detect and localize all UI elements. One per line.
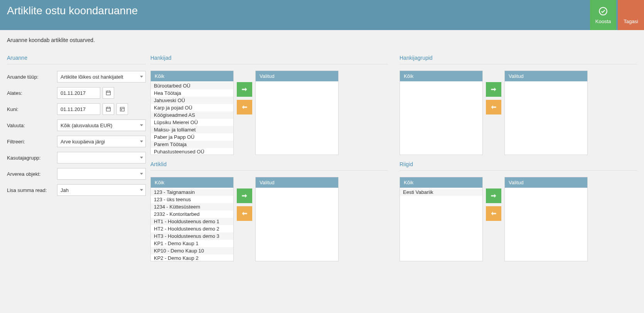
lineobject-label: Arverea objekt: xyxy=(7,171,57,177)
countries-selected-body[interactable] xyxy=(505,188,587,261)
picker-separator xyxy=(400,170,637,171)
form-separator xyxy=(7,64,146,64)
chevron-down-icon xyxy=(140,173,143,175)
list-item[interactable]: Paber ja Papp OÜ xyxy=(151,133,233,141)
back-button[interactable]: Tagasi xyxy=(618,0,644,30)
list-item[interactable]: Karp ja pojad OÜ xyxy=(151,104,233,111)
list-item[interactable]: Hea Töötaja xyxy=(151,89,233,97)
suppliers-all-list: Kõik Bürootarbed OÜHea TöötajaJahuveski … xyxy=(150,71,234,155)
svg-rect-9 xyxy=(120,107,125,111)
page-title: Artiklite ostu koondaruanne xyxy=(7,5,138,17)
list-item[interactable]: 1234 - Küttesüsteem xyxy=(151,203,233,210)
list-selected-header: Valitud xyxy=(505,71,587,81)
list-item[interactable]: Eesti Vabariik xyxy=(400,188,482,196)
suppliergroups-selected-list: Valitud xyxy=(504,71,588,155)
addsum-select[interactable]: Jah xyxy=(57,184,146,196)
content: Aruanne koondab artiklite ostuarved. Aru… xyxy=(0,30,644,268)
suppliergroups-all-list: Kõik xyxy=(400,71,483,155)
suppliergroups-remove-button[interactable] xyxy=(486,100,501,114)
suppliers-selected-list: Valitud xyxy=(255,71,339,155)
chevron-down-icon xyxy=(140,189,143,191)
filter-value: Arve kuupäeva järgi xyxy=(61,139,105,145)
arrow-left-icon xyxy=(490,103,497,111)
page-header: Artiklite ostu koondaruanne Koosta Tagas… xyxy=(0,0,644,30)
list-item[interactable]: 123 - Taignamasin xyxy=(151,188,233,196)
to-date-calendar-button[interactable] xyxy=(103,103,114,115)
chevron-down-icon xyxy=(140,125,143,126)
calendar-icon xyxy=(105,106,111,112)
list-item[interactable]: HT2 - Hooldusteenus demo 2 xyxy=(151,225,233,232)
svg-rect-11 xyxy=(121,109,122,111)
list-selected-header: Valitud xyxy=(256,71,338,81)
articles-all-body[interactable]: 123 - Taignamasin123 - üks teenus1234 - … xyxy=(151,188,233,261)
from-date-value: 01.11.2017 xyxy=(61,90,86,96)
list-item[interactable]: HT3 - Hooldusteenus demo 3 xyxy=(151,232,233,240)
list-item[interactable]: Puhastusteenused OÜ xyxy=(151,148,233,155)
list-item[interactable]: Jahuveski OÜ xyxy=(151,97,233,104)
suppliers-selected-body[interactable] xyxy=(256,81,338,155)
countries-all-body[interactable]: Eesti Vabariik xyxy=(400,188,482,261)
suppliergroups-title: Hankijagrupid xyxy=(400,55,637,61)
report-type-label: Aruande tüüp: xyxy=(7,74,57,80)
list-item[interactable]: KP10 - Demo Kaup 10 xyxy=(151,247,233,254)
articles-remove-button[interactable] xyxy=(237,206,252,221)
list-item[interactable]: Lüpsiku Meierei OÜ xyxy=(151,119,233,126)
filter-label: Filtreeri: xyxy=(7,139,57,145)
articles-selected-list: Valitud xyxy=(255,177,339,261)
countries-remove-button[interactable] xyxy=(486,206,501,221)
currency-select[interactable]: Kõik (alusvaluuta EUR) xyxy=(57,119,146,131)
from-date-calendar-button[interactable] xyxy=(103,87,114,99)
list-item[interactable]: KP1 - Demo Kaup 1 xyxy=(151,240,233,247)
chevron-down-icon xyxy=(140,157,143,159)
list-item[interactable]: 123 - üks teenus xyxy=(151,196,233,203)
to-date-range-button[interactable] xyxy=(116,103,128,115)
list-all-header: Kõik xyxy=(400,177,482,188)
lineobject-select[interactable] xyxy=(57,168,146,180)
arrow-right-icon xyxy=(490,192,497,200)
report-type-select[interactable]: Artiklite lõikes ost hankijatelt xyxy=(57,71,146,82)
suppliers-remove-button[interactable] xyxy=(237,100,252,114)
suppliers-picker: Hankijad Kõik Bürootarbed OÜHea TöötajaJ… xyxy=(150,55,388,155)
list-item[interactable]: Parem Töötaja xyxy=(151,141,233,148)
list-selected-header: Valitud xyxy=(256,177,338,188)
currency-label: Valuuta: xyxy=(7,123,57,128)
pickers-column: Hankijad Kõik Bürootarbed OÜHea TöötajaJ… xyxy=(150,55,637,261)
countries-add-button[interactable] xyxy=(486,188,501,203)
articles-add-button[interactable] xyxy=(237,188,252,203)
list-item[interactable]: 2332 - Kontoritarbed xyxy=(151,210,233,218)
articles-title: Artiklid xyxy=(150,161,388,167)
suppliergroups-selected-body[interactable] xyxy=(505,81,587,155)
usergroup-select[interactable] xyxy=(57,152,146,163)
report-description: Aruanne koondab artiklite ostuarved. xyxy=(7,37,637,43)
svg-rect-5 xyxy=(106,107,111,111)
picker-separator xyxy=(150,170,388,171)
filter-select[interactable]: Arve kuupäeva järgi xyxy=(57,136,146,147)
list-item[interactable]: Köögiseadmed AS xyxy=(151,111,233,119)
articles-selected-body[interactable] xyxy=(256,188,338,261)
suppliers-all-body[interactable]: Bürootarbed OÜHea TöötajaJahuveski OÜKar… xyxy=(151,81,233,155)
list-item[interactable]: HT1 - Hooldusteenus demo 1 xyxy=(151,218,233,225)
articles-all-list: Kõik 123 - Taignamasin123 - üks teenus12… xyxy=(150,177,234,261)
arrow-left-icon xyxy=(241,103,248,111)
arrow-right-icon xyxy=(241,86,248,93)
arrow-right-icon xyxy=(241,192,248,200)
suppliergroups-add-button[interactable] xyxy=(486,82,501,97)
suppliers-add-button[interactable] xyxy=(237,82,252,97)
list-all-header: Kõik xyxy=(400,71,482,81)
countries-picker: Riigid Kõik Eesti Vabariik xyxy=(400,161,637,261)
list-item[interactable]: KP2 - Demo Kaup 2 xyxy=(151,254,233,261)
form-column: Aruanne Aruande tüüp: Artiklite lõikes o… xyxy=(7,55,146,261)
arrow-right-icon xyxy=(490,86,497,93)
suppliergroups-all-body[interactable] xyxy=(400,81,482,155)
form-section-title: Aruanne xyxy=(7,55,146,61)
list-all-header: Kõik xyxy=(151,177,233,188)
list-item[interactable]: Bürootarbed OÜ xyxy=(151,82,233,89)
from-date-input[interactable]: 01.11.2017 xyxy=(57,87,100,99)
list-item[interactable]: Maksu- ja tolliamet xyxy=(151,126,233,133)
countries-title: Riigid xyxy=(400,161,637,167)
back-arrow-icon xyxy=(626,6,636,16)
to-date-input[interactable]: 01.11.2017 xyxy=(57,103,100,115)
svg-point-0 xyxy=(599,7,607,15)
compose-button[interactable]: Koosta xyxy=(590,0,616,30)
suppliergroups-picker: Hankijagrupid Kõik xyxy=(400,55,637,155)
